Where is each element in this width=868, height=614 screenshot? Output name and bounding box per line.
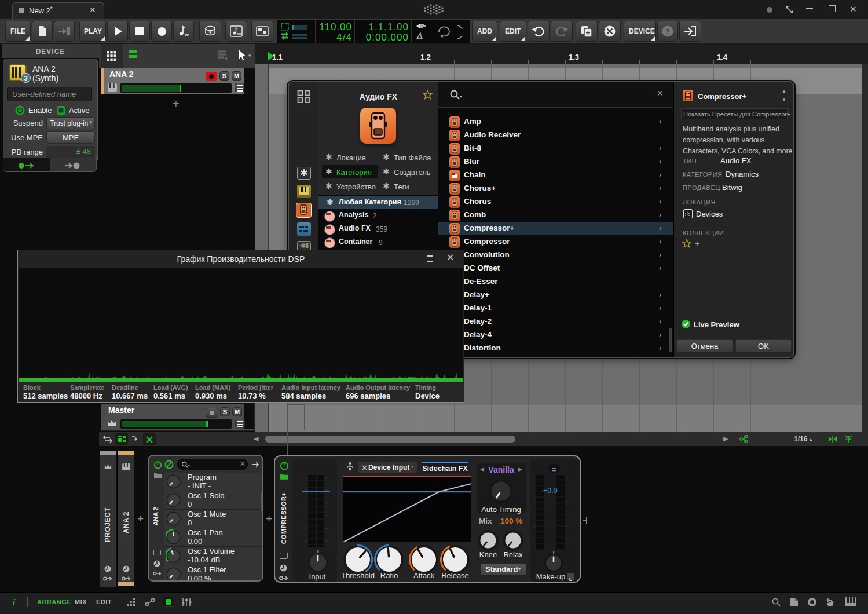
svg-text:?: ? [665, 27, 670, 36]
svg-text:w: w [184, 32, 189, 38]
svg-text:w: w [237, 31, 241, 36]
